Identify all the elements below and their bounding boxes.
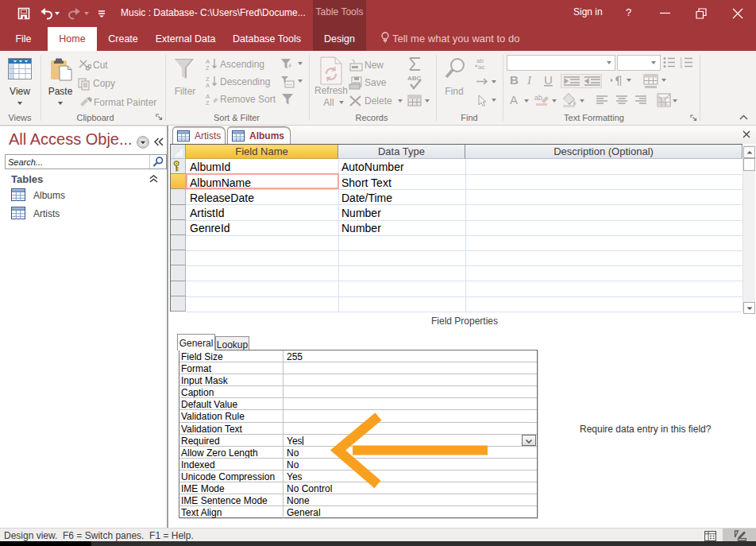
svg-text:ab: ab	[534, 94, 542, 102]
svg-text:U: U	[544, 74, 553, 87]
svg-text:B: B	[510, 74, 519, 87]
svg-text:3: 3	[680, 64, 682, 68]
svg-text:A: A	[206, 82, 210, 87]
svg-text:Z: Z	[206, 64, 210, 70]
svg-text:Z: Z	[206, 99, 210, 105]
svg-text:A: A	[510, 94, 518, 106]
svg-text:I: I	[526, 74, 532, 87]
svg-text:ac: ac	[478, 64, 484, 70]
